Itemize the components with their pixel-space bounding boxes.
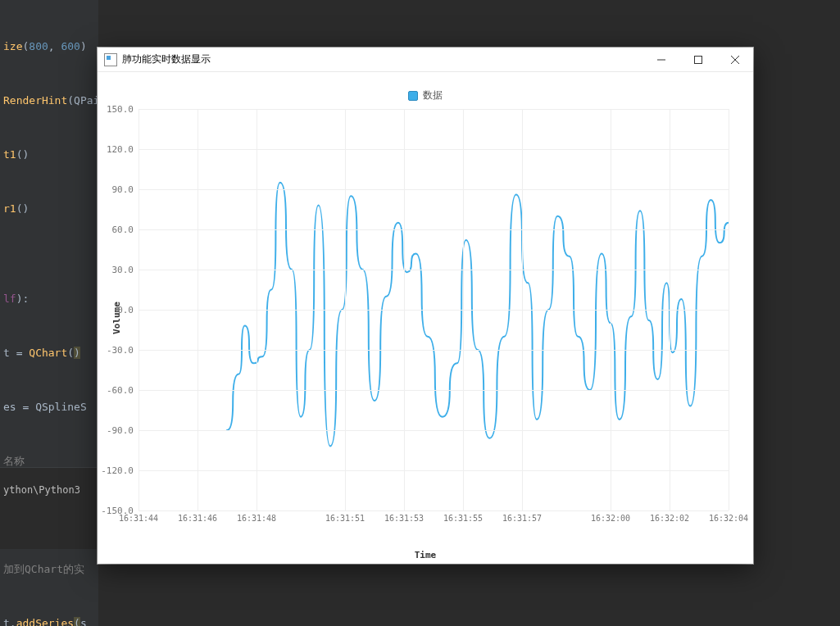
y-tick-label: -30.0	[107, 345, 134, 356]
y-tick-label: 60.0	[112, 225, 134, 235]
gridline-v	[729, 109, 729, 510]
y-tick-label: 120.0	[107, 144, 134, 155]
series-line	[227, 183, 729, 447]
gridline-h	[138, 149, 729, 150]
minimize-button[interactable]	[642, 48, 679, 72]
gridline-h	[138, 470, 729, 471]
code-line: r1()	[3, 200, 98, 218]
code-line: t = QChart()	[3, 344, 98, 362]
chart-window[interactable]: 肺功能实时数据显示 数据 Volume Time -150.0-120.0-90…	[98, 48, 753, 564]
x-tick-label: 16:31:55	[443, 514, 483, 523]
titlebar[interactable]: 肺功能实时数据显示	[98, 48, 753, 72]
gridline-v	[198, 109, 198, 510]
code-line: RenderHint(QPainter.Antialiasing) # 抗锯齿	[3, 92, 98, 110]
gridline-h	[138, 390, 729, 391]
gridline-h	[138, 270, 729, 270]
legend-label: 数据	[423, 88, 443, 102]
x-tick-label: 16:31:48	[237, 514, 276, 523]
x-axis-label: Time	[415, 550, 437, 560]
terminal-text: ython\Python3	[3, 484, 80, 496]
chart-area: 数据 Volume Time -150.0-120.0-90.0-60.0-30…	[98, 72, 753, 564]
gridline-v	[404, 109, 405, 510]
x-tick-label: 16:32:00	[591, 514, 630, 523]
y-tick-label: 150.0	[107, 104, 134, 115]
code-line: t.addSeries(s	[3, 615, 98, 626]
x-tick-label: 16:32:04	[709, 514, 748, 523]
gridline-v	[670, 109, 670, 510]
x-tick-label: 16:31:57	[502, 514, 542, 523]
code-line: t1()	[3, 146, 98, 164]
window-icon	[104, 53, 117, 66]
code-line: es = QSplineS	[3, 398, 98, 416]
gridline-v	[257, 109, 257, 510]
gridline-v	[345, 109, 346, 510]
x-tick-label: 16:31:46	[178, 514, 217, 523]
gridline-h	[138, 109, 729, 110]
gridline-v	[463, 109, 464, 510]
terminal-panel: ython\Python3	[0, 467, 107, 549]
y-tick-label: -90.0	[107, 425, 134, 436]
x-tick-label: 16:32:02	[650, 514, 689, 523]
legend-swatch-icon	[408, 91, 418, 101]
gridline-v	[522, 109, 523, 510]
gridline-v	[611, 109, 611, 510]
svg-rect-1	[694, 56, 702, 63]
y-tick-label: -120.0	[101, 465, 134, 476]
y-tick-label: 30.0	[112, 265, 134, 275]
gridline-h	[138, 229, 729, 230]
maximize-button[interactable]	[679, 48, 716, 72]
code-line: 加到QChart的实	[3, 560, 98, 578]
y-tick-label: 90.0	[112, 184, 134, 195]
code-line: ize(800, 600)	[3, 38, 98, 56]
x-tick-label: 16:31:44	[119, 514, 158, 523]
window-title: 肺功能实时数据显示	[122, 52, 211, 66]
close-button[interactable]	[716, 48, 753, 72]
x-tick-label: 16:31:53	[384, 514, 424, 523]
gridline-h	[138, 510, 729, 511]
y-tick-label: -60.0	[107, 385, 134, 396]
x-tick-label: 16:31:51	[325, 514, 365, 523]
gridline-h	[138, 189, 729, 190]
gridline-h	[138, 430, 729, 431]
y-tick-label: 0.0	[117, 305, 134, 315]
gridline-h	[138, 310, 729, 311]
code-line: lf):	[3, 290, 98, 308]
gridline-v	[138, 109, 139, 510]
plot-area: -150.0-120.0-90.0-60.0-30.00.030.060.090…	[138, 109, 729, 510]
chart-legend: 数据	[408, 88, 443, 102]
gridline-h	[138, 350, 729, 351]
